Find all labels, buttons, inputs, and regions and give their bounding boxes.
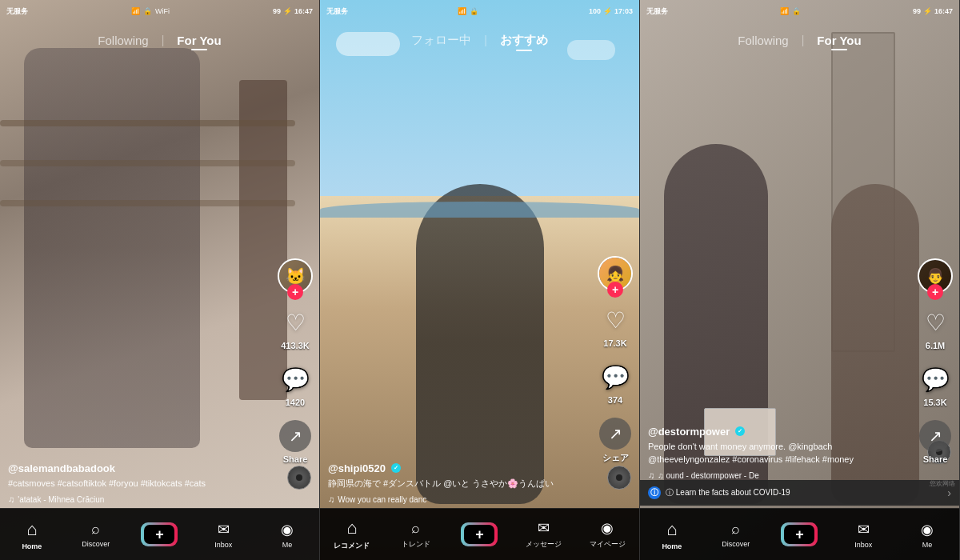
bottom-info-3: @destormpower People don't want money an… [648, 426, 911, 480]
time-1: 16:47 [294, 7, 313, 15]
share-button-1[interactable]: ↗ Share [279, 420, 311, 464]
like-count-3: 6.1M [926, 341, 945, 350]
status-icons-3: 📶 🔒 [780, 7, 801, 15]
nav-foryou-2[interactable]: おすすめ [500, 33, 548, 48]
like-button-3[interactable]: ♡ 6.1M [919, 306, 951, 350]
covid-banner-3[interactable]: ⓘ ⓘ Learn the facts about COVID-19 › [640, 480, 959, 506]
nav-following-2[interactable]: フォロー中 [411, 33, 471, 48]
nav-inbox-3[interactable]: ✉ Inbox [843, 521, 883, 549]
nav-home-1[interactable]: ⌂ Home [12, 519, 52, 550]
plus-icon-2: + [462, 523, 497, 546]
comment-icon-2: 💬 [599, 361, 631, 393]
inbox-label-2: メッセージ [526, 539, 562, 550]
carrier-3: 无服务 [646, 6, 668, 17]
music-name-3: ♫ ound - destormpower - De [658, 471, 758, 480]
comment-button-3[interactable]: 💬 15.3K [919, 363, 951, 407]
carrier-2: 无服务 [326, 6, 348, 17]
nav-foryou-3[interactable]: For You [817, 34, 861, 47]
creator-avatar-3[interactable]: 👨 + [918, 258, 953, 294]
nav-inbox-2[interactable]: ✉ メッセージ [523, 519, 563, 550]
comment-button-2[interactable]: 💬 374 [599, 361, 631, 405]
bg-bar1 [0, 120, 295, 126]
nav-discover-1[interactable]: ⌕ Discover [76, 521, 116, 548]
comment-count-1: 1420 [286, 398, 305, 407]
comment-count-3: 15.3K [923, 398, 946, 407]
plus-inner-3: + [784, 525, 814, 544]
inbox-icon-1: ✉ [218, 521, 230, 538]
nav-divider-1: | [162, 34, 165, 46]
follow-button-2[interactable]: + [607, 282, 623, 298]
nav-home-2[interactable]: ⌂ レコメンド [332, 518, 372, 551]
follow-button-3[interactable]: + [927, 284, 943, 300]
music-disc-inner-1 [296, 474, 302, 481]
nav-divider-3: | [802, 34, 805, 46]
like-count-2: 17.3K [603, 338, 626, 348]
nav-me-3[interactable]: ◉ Me [907, 521, 947, 549]
me-icon-2: ◉ [601, 519, 614, 537]
status-bar-1: 无服务 📶 🔒 WiFi 99 ⚡ 16:47 [0, 0, 319, 22]
username-3: @destormpower [648, 426, 911, 438]
covid-text-3: ⓘ Learn the facts about COVID-19 [666, 487, 942, 498]
battery-percent-2: 100 [589, 7, 601, 15]
wave-1 [320, 202, 639, 218]
nav-me-2[interactable]: ◉ マイページ [587, 519, 627, 550]
share-button-3[interactable]: ↗ Share [919, 420, 951, 464]
share-icon-3: ↗ [919, 420, 951, 452]
nav-plus-2[interactable]: + [459, 523, 499, 546]
nav-discover-2[interactable]: ⌕ トレンド [396, 520, 436, 550]
nav-following-3[interactable]: Following [738, 34, 788, 47]
nav-inbox-1[interactable]: ✉ Inbox [203, 521, 243, 549]
music-note-icon-3: ♫ [648, 470, 654, 480]
follow-button-1[interactable]: + [287, 284, 303, 300]
like-button-1[interactable]: ♡ 413.3K [279, 306, 311, 350]
top-nav-2: フォロー中 | おすすめ [320, 22, 639, 58]
home-label-3: Home [662, 542, 682, 550]
nav-home-3[interactable]: ⌂ Home [652, 519, 692, 550]
creator-avatar-2[interactable]: 👧 + [598, 256, 633, 291]
bottom-info-2: @shipi0520 静岡県の海で #ダンスバトル @いと うさやか🌸うんぱい … [328, 462, 591, 504]
bottom-info-1: @salemandbabadook #catsmoves #catsoftikt… [8, 462, 271, 504]
discover-icon-3: ⌕ [731, 521, 740, 538]
nav-me-1[interactable]: ◉ Me [267, 521, 307, 549]
like-button-2[interactable]: ♡ 17.3K [599, 304, 631, 348]
share-button-2[interactable]: ↗ シェア [599, 418, 631, 464]
status-icons-2: 📶 🔒 [458, 7, 478, 15]
person-silhouette-2 [416, 184, 544, 504]
right-actions-2: 👧 + ♡ 17.3K 💬 374 ↗ シェア [598, 256, 633, 464]
nav-divider-2: | [484, 34, 487, 46]
plus-icon-1: + [142, 523, 177, 546]
battery-percent-1: 99 [273, 7, 281, 15]
me-label-1: Me [282, 541, 293, 549]
share-label-2: シェア [602, 452, 629, 464]
nav-following-1[interactable]: Following [98, 34, 148, 47]
nav-foryou-1[interactable]: For You [177, 34, 221, 47]
share-label-3: Share [923, 454, 948, 464]
plus-icon-3: + [782, 523, 817, 546]
share-icon-1: ↗ [279, 420, 311, 452]
home-icon-1: ⌂ [26, 519, 37, 540]
discover-label-2: トレンド [402, 539, 430, 550]
status-right-3: 99 ⚡ 16:47 [913, 7, 953, 15]
home-label-1: Home [22, 542, 42, 550]
right-actions-3: 👨 + ♡ 6.1M 💬 15.3K ↗ Share [918, 258, 953, 464]
nav-plus-1[interactable]: + [139, 523, 179, 546]
comment-button-1[interactable]: 💬 1420 [279, 363, 311, 407]
nav-discover-3[interactable]: ⌕ Discover [716, 521, 756, 548]
creator-avatar-1[interactable]: 🐱 + [278, 258, 313, 294]
nav-plus-3[interactable]: + [779, 523, 819, 546]
comment-icon-1: 💬 [279, 363, 311, 395]
status-bar-3: 无服务 📶 🔒 99 ⚡ 16:47 [640, 0, 959, 22]
caption-1: #catsmoves #catsoftiktok #foryou #tiktok… [8, 478, 271, 490]
top-nav-3: Following | For You [640, 22, 959, 58]
caption-2: 静岡県の海で #ダンスバトル @いと うさやか🌸うんぱい [328, 478, 591, 490]
status-icons-1: 📶 🔒 WiFi [131, 7, 170, 15]
bottom-nav-1: ⌂ Home ⌕ Discover + ✉ Inbox ◉ Me [0, 508, 319, 560]
plus-inner-1: + [144, 525, 174, 544]
home-label-2: レコメンド [334, 541, 370, 551]
panel-1: 无服务 📶 🔒 WiFi 99 ⚡ 16:47 Following | For … [0, 0, 320, 560]
status-right-1: 99 ⚡ 16:47 [273, 7, 313, 15]
carrier-1: 无服务 [6, 6, 28, 17]
music-note-icon-2: ♫ [328, 494, 334, 504]
inbox-label-1: Inbox [214, 541, 232, 549]
caption-3: People don't want money anymore. @kingba… [648, 441, 911, 466]
